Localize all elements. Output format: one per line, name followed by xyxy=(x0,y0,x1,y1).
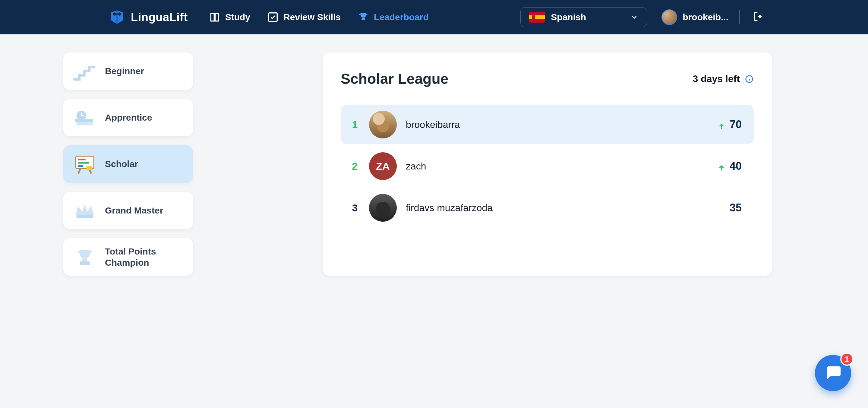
time-remaining: 3 days left xyxy=(692,73,754,85)
player-name: firdavs muzafarzoda xyxy=(406,202,707,214)
rank-number: 1 xyxy=(350,119,360,131)
nav-review-label: Review Skills xyxy=(283,12,341,22)
stairs-icon xyxy=(72,60,97,83)
league-panel: Scholar League 3 days left 1 brookeibarr… xyxy=(322,53,772,276)
chat-icon xyxy=(824,364,842,383)
user-display-name: brookeib... xyxy=(683,12,728,22)
sidebar-item-label: Beginner xyxy=(105,65,144,77)
brand-name: LinguaLift xyxy=(131,11,188,24)
book-icon xyxy=(209,11,220,23)
brand-logo-icon xyxy=(108,9,125,26)
svg-rect-2 xyxy=(116,13,119,15)
rank-number: 2 xyxy=(350,160,360,172)
svg-rect-9 xyxy=(78,162,89,163)
avatar-initials: ZA xyxy=(369,152,397,180)
trend-up-icon xyxy=(718,121,725,128)
time-remaining-text: 3 days left xyxy=(692,73,740,85)
logout-button[interactable] xyxy=(750,11,763,23)
sidebar-item-label: Grand Master xyxy=(105,205,163,216)
leaderboard-row[interactable]: 2 ZA zach 40 xyxy=(341,147,754,185)
language-selector[interactable]: Spanish xyxy=(520,7,647,27)
page-title: Scholar League xyxy=(341,70,448,87)
sidebar-item-label: Total Points Champion xyxy=(105,246,184,269)
sidebar-item-label: Scholar xyxy=(105,158,138,170)
presentation-icon xyxy=(72,153,97,176)
chat-button[interactable]: 1 xyxy=(815,355,851,391)
points-cell: 35 xyxy=(716,201,742,214)
player-name: zach xyxy=(406,161,707,172)
league-sidebar: Beginner Apprentice xyxy=(63,53,193,276)
svg-rect-10 xyxy=(78,165,83,167)
points-value: 70 xyxy=(730,118,742,131)
points-value: 35 xyxy=(730,201,742,214)
league-header: Scholar League 3 days left xyxy=(341,70,754,87)
sidebar-item-label: Apprentice xyxy=(105,112,152,123)
avatar xyxy=(369,194,397,222)
svg-rect-12 xyxy=(76,215,93,218)
points-value: 40 xyxy=(730,160,742,172)
svg-rect-3 xyxy=(269,13,277,22)
flag-spain-icon xyxy=(529,12,545,23)
rank-number: 3 xyxy=(350,202,360,214)
points-cell: 70 xyxy=(716,118,742,131)
player-name: brookeibarra xyxy=(406,119,707,130)
trophy-icon xyxy=(358,11,369,23)
nav-leaderboard[interactable]: Leaderboard xyxy=(358,11,429,23)
logout-icon xyxy=(750,10,763,24)
svg-rect-8 xyxy=(78,159,86,160)
sidebar-item-scholar[interactable]: Scholar xyxy=(63,145,193,183)
sidebar-item-beginner[interactable]: Beginner xyxy=(63,53,193,90)
brand[interactable]: LinguaLift xyxy=(108,9,188,26)
points-cell: 40 xyxy=(716,160,742,172)
chevron-down-icon xyxy=(630,13,638,21)
nav-leaderboard-label: Leaderboard xyxy=(374,12,429,22)
trend-up-icon xyxy=(718,162,725,170)
books-clock-icon xyxy=(72,106,97,129)
svg-rect-14 xyxy=(80,261,90,265)
primary-nav: Study Review Skills Leaderboard xyxy=(209,11,429,23)
language-current: Spanish xyxy=(551,12,624,22)
sidebar-item-champion[interactable]: Total Points Champion xyxy=(63,238,193,276)
nav-study[interactable]: Study xyxy=(209,11,250,23)
app-header: LinguaLift Study Review Skills xyxy=(0,0,868,34)
unread-badge: 1 xyxy=(840,352,854,366)
checklist-icon xyxy=(267,11,279,23)
sidebar-item-grandmaster[interactable]: Grand Master xyxy=(63,192,193,229)
leaderboard-row[interactable]: 1 brookeibarra 70 xyxy=(341,105,754,144)
svg-rect-5 xyxy=(76,122,93,125)
divider xyxy=(739,10,740,24)
svg-rect-11 xyxy=(86,166,92,170)
leaderboard-row[interactable]: 3 firdavs muzafarzoda 35 xyxy=(341,188,754,227)
avatar xyxy=(661,9,677,25)
nav-study-label: Study xyxy=(225,12,250,22)
svg-rect-13 xyxy=(82,259,87,261)
page-body: Beginner Apprentice xyxy=(0,34,868,276)
crown-icon xyxy=(72,199,97,222)
trophy-large-icon xyxy=(72,246,97,269)
nav-review-skills[interactable]: Review Skills xyxy=(267,11,341,23)
info-icon[interactable] xyxy=(745,74,754,84)
avatar xyxy=(369,111,397,138)
sidebar-item-apprentice[interactable]: Apprentice xyxy=(63,99,193,136)
user-menu[interactable]: brookeib... xyxy=(661,9,728,25)
